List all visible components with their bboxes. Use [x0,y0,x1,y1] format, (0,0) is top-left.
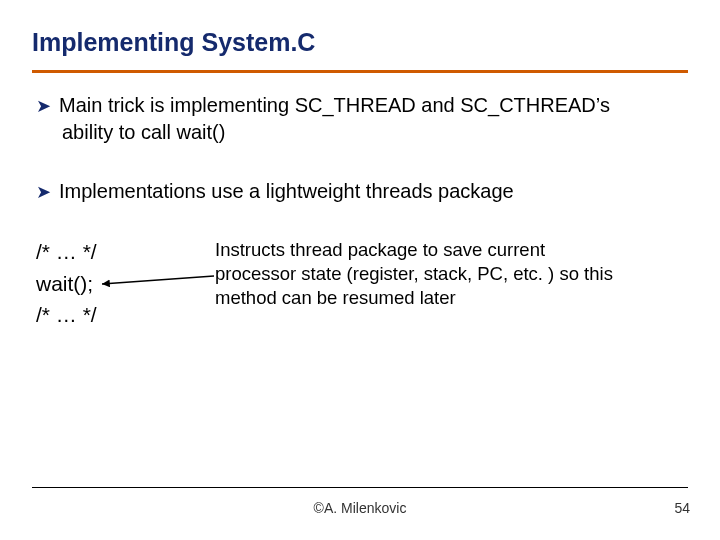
code-snippet: /* … */ wait(); /* … */ [36,236,97,331]
slide-title: Implementing System.C [32,28,315,57]
title-underline [32,70,688,73]
annotation-text: Instructs thread package to save current… [215,238,615,310]
annotation-arrow-icon [98,272,216,296]
bullet-1-line1: Main trick is implementing SC_THREAD and… [59,94,610,116]
triangle-bullet-icon: ➤ [36,96,51,116]
svg-line-0 [102,276,214,284]
footer-rule [32,487,688,488]
bullet-item-2: ➤Implementations use a lightweight threa… [36,178,676,205]
code-line-1: /* … */ [36,236,97,268]
code-line-3: /* … */ [36,299,97,331]
triangle-bullet-icon: ➤ [36,182,51,202]
footer-author: ©A. Milenkovic [0,500,720,516]
bullet-2-text: Implementations use a lightweight thread… [59,180,514,202]
code-line-2: wait(); [36,268,97,300]
page-number: 54 [674,500,690,516]
bullet-1-line2: ability to call wait() [62,119,676,146]
bullet-item-1: ➤Main trick is implementing SC_THREAD an… [36,92,676,146]
